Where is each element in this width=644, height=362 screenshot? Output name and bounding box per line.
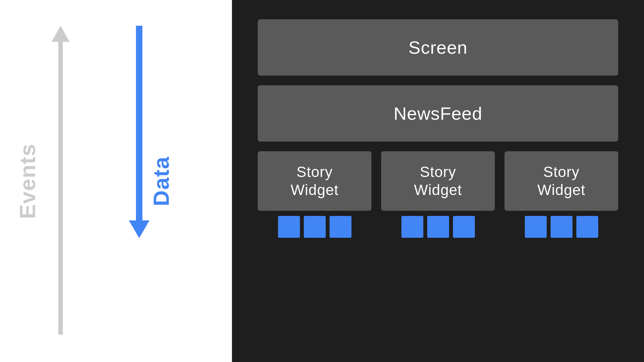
- blue-square-1-2: [304, 216, 326, 238]
- screen-label: Screen: [409, 37, 467, 58]
- data-arrow-shaft: [136, 26, 142, 220]
- events-label: Events: [15, 143, 40, 219]
- blue-square-3-1: [525, 216, 547, 238]
- blue-square-2-1: [401, 216, 423, 238]
- story-widget-label-2: StoryWidget: [414, 163, 462, 199]
- blue-square-1-3: [330, 216, 351, 238]
- story-widget-block-3: StoryWidget: [505, 151, 618, 211]
- story-widget-group-2: StoryWidget: [381, 151, 495, 238]
- blue-squares-2: [381, 216, 495, 238]
- right-panel: Screen NewsFeed StoryWidget StoryWidget: [232, 0, 644, 362]
- blue-square-1-1: [278, 216, 300, 238]
- data-label: Data: [149, 156, 174, 206]
- newsfeed-block: NewsFeed: [258, 85, 618, 142]
- blue-square-3-2: [551, 216, 572, 238]
- story-widget-group-3: StoryWidget: [505, 151, 618, 238]
- blue-square-3-3: [576, 216, 598, 238]
- screen-block: Screen: [258, 19, 618, 76]
- story-widgets-row: StoryWidget StoryWidget StoryWidget: [258, 151, 618, 238]
- events-arrow: [52, 26, 70, 335]
- data-arrow-head: [129, 220, 149, 238]
- left-panel: Events Data: [0, 0, 232, 362]
- data-arrow: [129, 26, 149, 238]
- blue-squares-1: [258, 216, 371, 238]
- story-widget-block-1: StoryWidget: [258, 151, 371, 211]
- story-widget-block-2: StoryWidget: [381, 151, 495, 211]
- story-widget-group-1: StoryWidget: [258, 151, 371, 238]
- blue-square-2-3: [453, 216, 475, 238]
- newsfeed-label: NewsFeed: [394, 103, 483, 124]
- story-widget-label-3: StoryWidget: [537, 163, 585, 199]
- events-arrow-head: [52, 26, 70, 42]
- events-arrow-shaft: [58, 42, 63, 335]
- blue-square-2-2: [427, 216, 449, 238]
- blue-squares-3: [505, 216, 618, 238]
- story-widget-label-1: StoryWidget: [291, 163, 339, 199]
